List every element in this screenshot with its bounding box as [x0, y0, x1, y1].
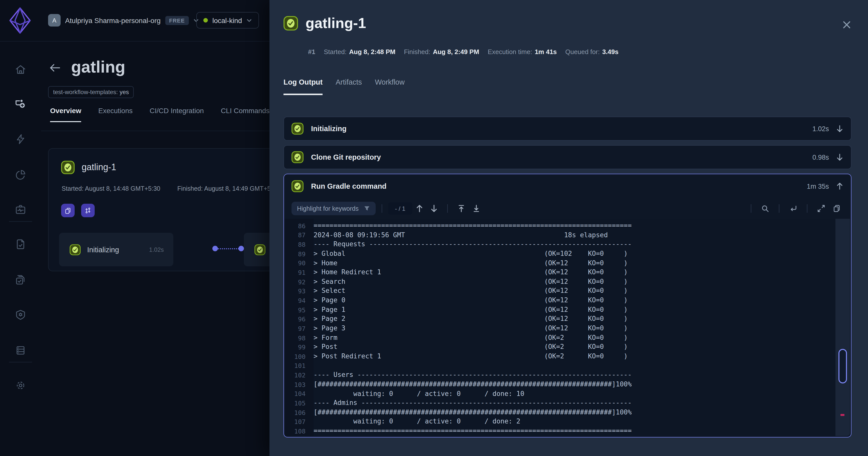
scroll-top-icon — [457, 204, 465, 213]
log-scrollbar-track[interactable] — [835, 219, 850, 436]
log-line: 91> Home Redirect 1 (OK=12 KO=0 ) — [284, 268, 850, 277]
execution-meta: #1 Started: Aug 8, 2:48 PM Finished: Aug… — [308, 48, 619, 56]
sidebar-item-triggers[interactable] — [14, 133, 27, 145]
compare-button[interactable] — [81, 204, 95, 217]
log-text: ---- Requests --------------------------… — [314, 240, 631, 249]
expand-arrow-icon[interactable] — [836, 125, 843, 133]
log-line: 95> Page 1 (OK=12 KO=0 ) — [284, 305, 850, 315]
back-button[interactable] — [50, 62, 61, 72]
sidebar-divider — [9, 221, 32, 222]
swap-arrows-icon — [84, 207, 92, 214]
log-text: > Page 3 (OK=12 KO=0 ) — [314, 324, 628, 333]
drawer-title: gatling-1 — [306, 15, 366, 32]
log-text: > Select (OK=12 KO=0 ) — [314, 287, 628, 296]
sidebar-item-home[interactable] — [14, 64, 27, 75]
org-name: Atulpriya Sharma-personal-org — [65, 16, 160, 24]
log-text: > Post Redirect 1 (OK=2 KO=0 ) — [314, 352, 628, 361]
toolbar-divider — [751, 204, 751, 213]
step-duration: 0.98s — [812, 154, 829, 161]
step-duration: 1.02s — [812, 125, 829, 132]
log-toolbar: Highlight for keywords - / 1 — [284, 198, 851, 219]
sidebar-item-tests[interactable] — [14, 238, 27, 250]
log-line: 88---- Requests ------------------------… — [284, 240, 850, 249]
word-wrap-button[interactable] — [789, 204, 797, 213]
log-text: > Page 1 (OK=12 KO=0 ) — [314, 305, 628, 315]
tab-executions[interactable]: Executions — [98, 107, 133, 122]
highlight-keywords-button[interactable]: Highlight for keywords — [291, 202, 376, 215]
log-line: 93> Select (OK=12 KO=0 ) — [284, 287, 850, 296]
log-line: 94> Page 0 (OK=12 KO=0 ) — [284, 296, 850, 305]
started-value: Aug 8, 2:48 PM — [349, 48, 396, 56]
testkube-logo[interactable] — [8, 6, 32, 35]
sidebar-item-executors[interactable] — [14, 309, 27, 321]
log-text: > Search (OK=12 KO=0 ) — [314, 277, 628, 287]
label-chip: test-workflow-templates: yes — [48, 86, 134, 98]
copy-icon — [832, 204, 841, 213]
line-number: 93 — [284, 288, 314, 295]
execution-finished: Finished: August 8, 14:49 GMT+5:30 — [177, 185, 279, 192]
queued-value: 3.49s — [602, 48, 619, 56]
scroll-bottom-icon — [472, 204, 480, 213]
status-passed-icon — [291, 151, 304, 163]
env-status-dot — [203, 18, 208, 23]
log-line: 107 waiting: 0 / active: 0 / done: 2 — [284, 417, 850, 426]
expand-arrow-icon[interactable] — [836, 153, 843, 161]
previous-match-button[interactable] — [416, 204, 423, 213]
log-line: 108=====================================… — [284, 426, 850, 436]
step-clone-git-repository[interactable]: Clone Git repository 0.98s — [283, 145, 851, 169]
sidebar-item-test-workflows[interactable] — [14, 98, 27, 110]
sidebar-divider — [9, 362, 32, 362]
log-line: 98> Form (OK=2 KO=0 ) — [284, 333, 850, 343]
copy-log-button[interactable] — [832, 204, 841, 213]
step-initializing[interactable]: Initializing 1.02s — [283, 117, 851, 141]
tab-workflow[interactable]: Workflow — [375, 78, 405, 95]
toolbar-divider — [447, 204, 448, 213]
org-avatar: A — [48, 14, 61, 27]
app-root: A Atulpriya Sharma-personal-org FREE loc… — [0, 0, 868, 456]
file-check-icon — [14, 238, 27, 250]
filter-icon — [364, 205, 370, 212]
log-viewer[interactable]: 86======================================… — [284, 219, 850, 436]
log-line: 103[####################################… — [284, 380, 850, 389]
log-text: > Global (OK=102 KO=0 ) — [314, 249, 628, 259]
scroll-to-bottom-button[interactable] — [472, 204, 480, 213]
tab-log-output[interactable]: Log Output — [283, 78, 322, 95]
environment-selector[interactable]: local-kind — [196, 12, 259, 29]
copy-button[interactable] — [61, 204, 74, 217]
log-scrollbar-thumb[interactable] — [838, 349, 847, 383]
sidebar-item-insights[interactable] — [14, 169, 27, 181]
org-selector[interactable]: A Atulpriya Sharma-personal-org FREE — [48, 14, 199, 27]
chevron-down-icon — [246, 18, 252, 22]
execution-time-value: 1m 41s — [535, 48, 557, 56]
execution-drawer: gatling-1 #1 Started: Aug 8, 2:48 PM Fin… — [270, 0, 868, 456]
sidebar-item-test-suites[interactable] — [14, 274, 27, 286]
plan-badge: FREE — [165, 16, 189, 25]
log-line: 100> Post Redirect 1 (OK=2 KO=0 ) — [284, 352, 850, 361]
step-label: Clone Git repository — [311, 153, 381, 161]
step-header[interactable]: Run Gradle command 1m 35s — [284, 174, 851, 198]
log-line: 105---- Admins -------------------------… — [284, 398, 850, 408]
tab-cicd-integration[interactable]: CI/CD Integration — [150, 107, 204, 122]
workflow-node-initializing[interactable]: Initializing 1.02s — [59, 233, 173, 266]
sidebar-item-settings[interactable] — [14, 380, 27, 391]
page-tabs: Overview Executions CI/CD Integration CL… — [50, 107, 270, 122]
log-text: ========================================… — [314, 221, 631, 230]
search-icon — [761, 204, 769, 213]
sidebar-item-sources[interactable] — [14, 345, 27, 356]
pie-chart-icon — [14, 169, 27, 181]
line-number: 99 — [284, 344, 314, 351]
tab-cli-commands[interactable]: CLI Commands — [221, 107, 270, 122]
tab-overview[interactable]: Overview — [50, 107, 82, 122]
fullscreen-button[interactable] — [817, 204, 826, 213]
close-button[interactable] — [842, 20, 851, 30]
next-match-button[interactable] — [430, 204, 438, 213]
tab-artifacts[interactable]: Artifacts — [336, 78, 362, 95]
search-button[interactable] — [761, 204, 769, 213]
collapse-arrow-icon[interactable] — [836, 182, 843, 190]
step-label: Initializing — [311, 125, 347, 133]
scroll-to-top-button[interactable] — [457, 204, 465, 213]
log-line: 872024-08-08 09:19:56 GMT 18s elapsed — [284, 230, 850, 240]
node-connector — [215, 248, 241, 249]
sidebar-item-status-pages[interactable] — [14, 204, 27, 216]
line-number: 107 — [284, 418, 314, 426]
